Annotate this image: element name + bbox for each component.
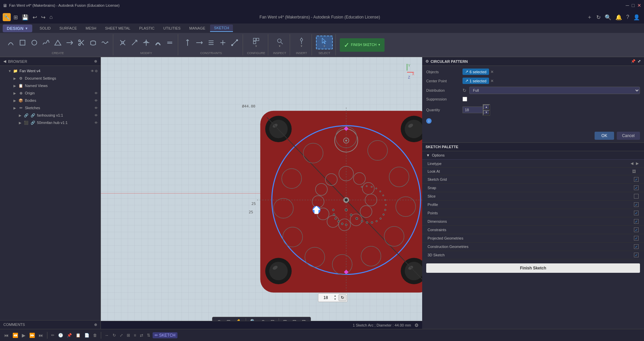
user-icon[interactable]: 👤 bbox=[632, 13, 641, 22]
distribution-select[interactable]: Full Symmetric bbox=[469, 87, 640, 94]
cup-tool-button[interactable] bbox=[88, 38, 98, 47]
paste-icon[interactable]: 📄 bbox=[83, 332, 91, 338]
rectangle-tool-button[interactable] bbox=[17, 38, 28, 47]
status-options-icon[interactable]: ⚙ bbox=[414, 323, 419, 328]
canvas[interactable]: 25 25 Ø44.00 bbox=[101, 57, 422, 329]
scale-button[interactable] bbox=[141, 38, 152, 47]
tab-plastic[interactable]: PLASTIC bbox=[135, 25, 159, 32]
dimension-button[interactable] bbox=[229, 38, 240, 47]
refresh-icon[interactable]: ↻ bbox=[595, 13, 602, 22]
tree-item-root[interactable]: ▼ 📁 Fan Went v4 👁 ⚙ bbox=[0, 67, 100, 75]
save-icon[interactable]: 💾 bbox=[21, 13, 30, 22]
design-button[interactable]: DESIGN ▼ bbox=[3, 25, 32, 32]
quantity-canvas-input[interactable] bbox=[319, 295, 332, 300]
profile-checkbox[interactable] bbox=[634, 202, 639, 207]
named-views-expand[interactable]: ▶ bbox=[13, 84, 18, 88]
tree-item-origin[interactable]: ▶ ⊕ Origin 👁 bbox=[0, 89, 100, 97]
browser-expand-icon[interactable]: ⊕ bbox=[94, 59, 97, 63]
circle-tool-button[interactable] bbox=[29, 38, 40, 47]
nav-prev-icon[interactable]: ⏮ bbox=[3, 332, 10, 339]
triangle-tool-button[interactable] bbox=[52, 38, 63, 47]
suppression-checkbox[interactable] bbox=[462, 97, 467, 101]
flip-icon[interactable]: ⇄ bbox=[138, 332, 145, 338]
tab-solid[interactable]: SOLID bbox=[36, 25, 55, 32]
3d-sketch-checkbox[interactable] bbox=[634, 253, 639, 257]
vertical-constraint-button[interactable] bbox=[182, 38, 193, 47]
history-icon[interactable]: 🕐 bbox=[57, 332, 65, 338]
line-extend-button[interactable] bbox=[64, 38, 75, 47]
projected-checkbox[interactable] bbox=[634, 236, 639, 241]
sketch-mode-indicator[interactable]: ✏ SKETCH bbox=[153, 332, 177, 338]
tab-surface[interactable]: SURFACE bbox=[55, 25, 81, 32]
bodies-expand[interactable]: ▶ bbox=[13, 99, 18, 102]
horizontal-constraint-button[interactable] bbox=[194, 38, 205, 47]
undo-icon[interactable]: ↩ bbox=[31, 13, 38, 22]
root-options-icon[interactable]: ⚙ bbox=[95, 69, 98, 73]
quantity-increment-button[interactable]: ▲ bbox=[483, 104, 490, 110]
distribute-icon[interactable]: ≡ bbox=[132, 332, 137, 338]
origin-visibility-icon[interactable]: 👁 bbox=[94, 91, 98, 95]
redo-icon[interactable]: ↪ bbox=[40, 13, 47, 22]
select-button[interactable]: ▼ bbox=[316, 36, 333, 49]
tree-item-doc-settings[interactable]: ▶ ⚙ Document Settings bbox=[0, 75, 100, 82]
cancel-button[interactable]: Cancel bbox=[617, 132, 640, 140]
snap-checkbox[interactable] bbox=[634, 185, 639, 190]
equal-button[interactable] bbox=[164, 38, 175, 47]
delete-icon[interactable]: 🗑 bbox=[92, 332, 98, 338]
nav-play-icon[interactable]: ▶ bbox=[21, 332, 27, 339]
tree-item-named-views[interactable]: ▶ 📋 Named Views bbox=[0, 82, 100, 89]
trim-button[interactable] bbox=[117, 38, 128, 47]
nav-back-icon[interactable]: ⏪ bbox=[11, 332, 19, 339]
linetype-prev-icon[interactable]: ◀ bbox=[631, 161, 633, 166]
home-icon[interactable]: ⌂ bbox=[48, 13, 54, 22]
tab-utilities[interactable]: UTILITIES bbox=[159, 25, 185, 32]
restore-button[interactable]: □ bbox=[632, 3, 635, 8]
quantity-down-button[interactable]: ▼ bbox=[333, 298, 337, 301]
quantity-input-overlay[interactable]: ▲ ▼ ↻ bbox=[318, 293, 348, 302]
edit-icon[interactable]: ✏ bbox=[50, 332, 56, 338]
hub-visibility-icon[interactable]: 👁 bbox=[94, 121, 98, 125]
panel-pin-icon[interactable]: 📌 bbox=[631, 59, 636, 63]
minimize-button[interactable]: ─ bbox=[626, 3, 629, 8]
slice-checkbox[interactable] bbox=[634, 194, 639, 199]
inspect-button[interactable]: ▼ bbox=[272, 36, 287, 49]
help-icon[interactable]: ? bbox=[625, 13, 631, 22]
align-icon[interactable]: ⊞ bbox=[125, 332, 131, 338]
grid-icon[interactable]: ⊞ bbox=[12, 13, 19, 22]
tree-item-fanhousing[interactable]: ▶ 🔗 🔗 fanhousing v1:1 👁 bbox=[0, 112, 100, 119]
center-point-clear-button[interactable]: ✕ bbox=[490, 79, 494, 83]
lookat-icon[interactable]: 🖼 bbox=[632, 169, 636, 173]
notification-icon[interactable]: 🔔 bbox=[614, 13, 623, 22]
copy-icon[interactable]: 📋 bbox=[74, 332, 82, 338]
rotate-icon[interactable]: ↻ bbox=[111, 332, 117, 338]
info-icon[interactable]: i bbox=[426, 118, 432, 124]
add-tab-icon[interactable]: ＋ bbox=[586, 12, 594, 22]
configure-button[interactable]: ▼ bbox=[249, 36, 264, 49]
sketches-expand[interactable]: ▶ bbox=[13, 106, 18, 110]
tree-item-sketches[interactable]: ▶ ✏ Sketches 👁 bbox=[0, 104, 100, 112]
construction-checkbox[interactable] bbox=[634, 244, 639, 249]
offset-button[interactable] bbox=[153, 38, 163, 47]
constraints-checkbox[interactable] bbox=[634, 227, 639, 232]
tree-item-bodies[interactable]: ▶ 📦 Bodies 👁 bbox=[0, 97, 100, 104]
doc-settings-expand[interactable]: ▶ bbox=[13, 77, 18, 80]
dimensions-checkbox[interactable] bbox=[634, 219, 639, 224]
nav-forward-icon[interactable]: ⏩ bbox=[28, 332, 36, 339]
points-checkbox[interactable] bbox=[634, 211, 639, 215]
finish-sketch-ribbon-button[interactable]: ✓ FINISH SKETCH ▼ bbox=[340, 38, 385, 52]
window-controls[interactable]: ─ □ ✕ bbox=[626, 3, 641, 8]
tab-mesh[interactable]: MESH bbox=[82, 25, 100, 32]
objects-clear-button[interactable]: ✕ bbox=[490, 70, 494, 74]
spline-tool-button[interactable] bbox=[41, 38, 51, 47]
comments-expand-icon[interactable]: ⊕ bbox=[94, 323, 97, 327]
quantity-decrement-button[interactable]: ▼ bbox=[483, 110, 490, 115]
panel-expand-icon[interactable]: ⤢ bbox=[638, 59, 641, 63]
wave-tool-button[interactable] bbox=[99, 38, 110, 47]
root-expand-icon[interactable]: ▼ bbox=[8, 69, 13, 73]
tree-item-hub[interactable]: ▶ ⬛ 🔗 50mmfan hub v1:1 👁 bbox=[0, 119, 100, 126]
sketches-visibility-icon[interactable]: 👁 bbox=[94, 106, 98, 110]
options-section-header[interactable]: ▼ Options bbox=[422, 151, 644, 160]
mirror-icon[interactable]: ⇅ bbox=[146, 332, 152, 338]
close-button[interactable]: ✕ bbox=[637, 3, 641, 8]
tab-sheet-metal[interactable]: SHEET METAL bbox=[101, 25, 134, 32]
